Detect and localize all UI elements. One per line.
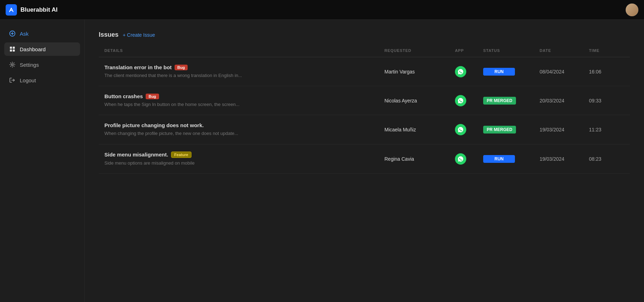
issue-title: Translation error in the bot: [104, 64, 172, 70]
issue-status: PR MERGED: [483, 97, 540, 105]
grid-icon: [9, 46, 16, 52]
issue-app: [455, 66, 483, 77]
table-row[interactable]: Side menu misalignment. Feature Side men…: [99, 144, 630, 174]
issue-title-row: Translation error in the bot Bug: [104, 64, 384, 70]
issue-app: [455, 95, 483, 106]
issue-description: When changing the profile picture, the n…: [104, 130, 384, 137]
sidebar-item-dashboard[interactable]: Dashboard: [4, 42, 80, 56]
issue-date: 08/04/2024: [540, 69, 589, 75]
sidebar-label-logout: Logout: [20, 77, 36, 83]
whatsapp-icon: [455, 66, 466, 77]
svg-rect-2: [13, 47, 15, 49]
issue-requested: Micaela Muñiz: [384, 127, 455, 132]
issue-badge: Feature: [171, 152, 192, 158]
issue-title: Profile picture changing does not work.: [104, 122, 204, 128]
app-body: Ask Dashboard Settings: [0, 20, 644, 302]
issue-status: RUN: [483, 68, 540, 76]
table-row[interactable]: Profile picture changing does not work. …: [99, 115, 630, 144]
issue-status: PR MERGED: [483, 126, 540, 134]
sidebar: Ask Dashboard Settings: [0, 20, 85, 302]
issue-date: 19/03/2024: [540, 156, 589, 162]
circle-plus-icon: [9, 30, 16, 37]
col-header-app: APP: [455, 48, 483, 53]
gear-icon: [9, 61, 16, 68]
col-header-time: TIME: [589, 48, 624, 53]
sidebar-label-settings: Settings: [20, 62, 39, 68]
whatsapp-icon: [455, 124, 466, 135]
issue-requested: Regina Cavia: [384, 156, 455, 162]
sidebar-item-logout[interactable]: Logout: [4, 73, 80, 87]
issue-app: [455, 124, 483, 135]
user-avatar[interactable]: [626, 4, 638, 16]
svg-point-5: [12, 64, 13, 66]
create-issue-link[interactable]: + Create Issue: [123, 32, 155, 38]
issue-description: When he taps the Sign In button on the h…: [104, 101, 384, 108]
col-header-status: STATUS: [483, 48, 540, 53]
issue-details: Profile picture changing does not work. …: [104, 122, 384, 137]
issue-requested: Martin Vargas: [384, 69, 455, 75]
issue-title: Side menu misalignment.: [104, 152, 168, 158]
whatsapp-icon: [455, 95, 466, 106]
logout-icon: [9, 77, 16, 83]
issue-details: Translation error in the bot Bug The cli…: [104, 64, 384, 79]
col-header-requested: REQUESTED: [384, 48, 455, 53]
col-header-details: DETAILS: [104, 48, 384, 53]
brand-logo: [6, 4, 17, 16]
issue-description: The client mentioned that there is a wro…: [104, 72, 384, 79]
issue-time: 08:23: [589, 156, 624, 162]
brand: Bluerabbit AI: [6, 4, 57, 16]
main-content: Issues + Create Issue DETAILS REQUESTED …: [85, 20, 644, 302]
status-badge: PR MERGED: [483, 126, 516, 134]
issue-details: Side menu misalignment. Feature Side men…: [104, 152, 384, 166]
sidebar-label-dashboard: Dashboard: [20, 46, 45, 52]
issue-badge: Bug: [146, 94, 159, 99]
issue-description: Side menu options are misaligned on mobi…: [104, 160, 384, 166]
issue-app: [455, 153, 483, 165]
svg-rect-3: [10, 49, 12, 52]
issue-time: 11:23: [589, 127, 624, 132]
status-badge: PR MERGED: [483, 97, 516, 105]
issue-title-row: Profile picture changing does not work.: [104, 122, 384, 128]
issue-time: 16:06: [589, 69, 624, 75]
table-row[interactable]: Button crashes Bug When he taps the Sign…: [99, 86, 630, 115]
brand-name: Bluerabbit AI: [20, 6, 57, 13]
sidebar-label-ask: Ask: [20, 31, 29, 37]
issue-badge: Bug: [175, 65, 188, 70]
issue-title-row: Side menu misalignment. Feature: [104, 152, 384, 158]
svg-rect-1: [10, 47, 12, 49]
whatsapp-icon: [455, 153, 466, 165]
page-header: Issues + Create Issue: [99, 31, 630, 39]
issues-list: Translation error in the bot Bug The cli…: [99, 57, 630, 174]
status-badge: RUN: [483, 155, 515, 163]
issue-details: Button crashes Bug When he taps the Sign…: [104, 93, 384, 108]
issue-title: Button crashes: [104, 93, 143, 99]
issue-date: 20/03/2024: [540, 98, 589, 103]
page-title: Issues: [99, 31, 119, 39]
table-row[interactable]: Translation error in the bot Bug The cli…: [99, 57, 630, 86]
issue-time: 09:33: [589, 98, 624, 103]
status-badge: RUN: [483, 68, 515, 76]
issue-requested: Nicolas Ayerza: [384, 98, 455, 103]
col-header-date: DATE: [540, 48, 589, 53]
sidebar-item-ask[interactable]: Ask: [4, 27, 80, 40]
issue-date: 19/03/2024: [540, 127, 589, 132]
svg-rect-4: [13, 49, 15, 52]
issue-title-row: Button crashes Bug: [104, 93, 384, 99]
issue-status: RUN: [483, 155, 540, 163]
top-nav: Bluerabbit AI: [0, 0, 644, 20]
table-header: DETAILS REQUESTED APP STATUS DATE TIME: [99, 48, 630, 57]
sidebar-item-settings[interactable]: Settings: [4, 58, 80, 71]
